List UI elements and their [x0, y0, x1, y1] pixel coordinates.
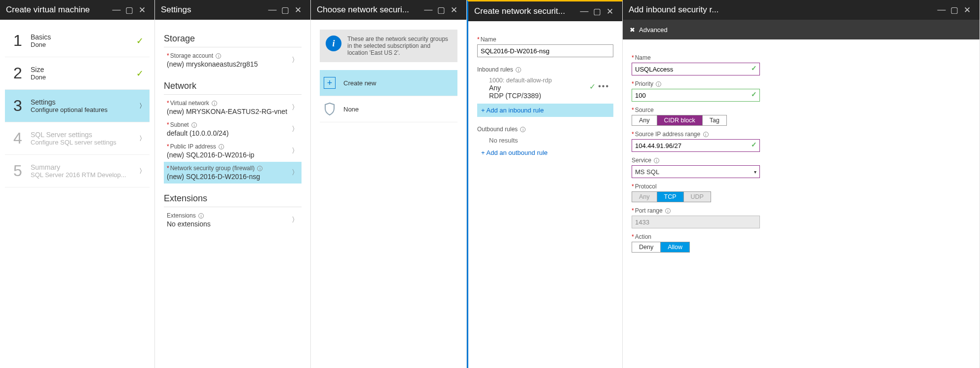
info-icon[interactable]: i — [212, 101, 217, 106]
minimize-icon[interactable]: — — [422, 3, 435, 16]
step-settings[interactable]: 3 Settings Configure optional features 〉 — [5, 90, 150, 122]
chevron-right-icon: 〉 — [139, 134, 146, 143]
source-tag[interactable]: Tag — [703, 115, 726, 125]
protocol-label: *Protocol — [632, 183, 971, 190]
blade-settings: Settings — ▢ ✕ Storage *Storage account … — [155, 0, 311, 368]
info-icon[interactable]: i — [216, 53, 221, 59]
inbound-rules-header: Inbound rules i — [477, 66, 613, 73]
setting-extensions[interactable]: Extensions i No extensions 〉 — [164, 209, 302, 231]
service-select[interactable]: MS SQL ▾ — [632, 165, 760, 178]
none-label: None — [343, 106, 359, 113]
minimize-icon[interactable]: — — [578, 5, 591, 18]
protocol-any: Any — [632, 192, 657, 202]
maximize-icon[interactable]: ▢ — [591, 5, 603, 18]
info-icon[interactable]: i — [654, 158, 659, 163]
inbound-rule[interactable]: 1000: default-allow-rdp Any RDP (TCP/338… — [477, 73, 613, 104]
minimize-icon[interactable]: — — [935, 3, 948, 16]
create-new-label: Create new — [343, 79, 376, 87]
protocol-segmented: Any TCP UDP — [632, 191, 711, 202]
protocol-udp: UDP — [684, 192, 711, 202]
setting-nsg[interactable]: *Network security group (firewall) i (ne… — [164, 162, 302, 184]
info-icon[interactable]: i — [520, 127, 526, 132]
step-title: SQL Server settings — [31, 131, 139, 139]
section-extensions: Extensions — [164, 193, 302, 207]
setting-subnet[interactable]: *Subnet i default (10.0.0.0/24) 〉 — [164, 118, 302, 140]
step-title: Size — [31, 66, 136, 74]
blade-add-rule: Add inbound security r... — ▢ ✕ ✖ Advanc… — [623, 0, 980, 368]
info-icon[interactable]: i — [219, 144, 224, 149]
create-new-nsg[interactable]: + Create new — [320, 70, 457, 96]
maximize-icon[interactable]: ▢ — [123, 3, 136, 16]
setting-public-ip[interactable]: *Public IP address i (new) SQL2016-D-W20… — [164, 140, 302, 162]
maximize-icon[interactable]: ▢ — [948, 3, 961, 16]
outbound-rules-header: Outbound rules i — [477, 126, 613, 133]
step-size[interactable]: 2 Size Done ✓ — [5, 57, 150, 90]
more-icon[interactable]: ••• — [598, 82, 609, 91]
rule-name-label: *Name — [632, 54, 971, 61]
plus-icon: + — [324, 77, 336, 89]
check-icon: ✓ — [589, 82, 596, 91]
blade-header: Choose network securi... — ▢ ✕ — [311, 0, 466, 20]
info-icon[interactable]: i — [516, 67, 521, 73]
setting-vnet[interactable]: *Virtual network i (new) MRYSKONA-EASTUS… — [164, 97, 302, 118]
check-icon: ✓ — [751, 64, 757, 72]
close-icon[interactable]: ✕ — [136, 3, 149, 16]
close-icon[interactable]: ✕ — [961, 3, 974, 16]
step-subtitle: Done — [31, 41, 136, 48]
add-inbound-rule[interactable]: + Add an inbound rule — [477, 104, 613, 117]
blade-title: Create virtual machine — [6, 5, 110, 15]
check-icon: ✓ — [751, 90, 757, 98]
info-icon: i — [326, 36, 341, 51]
action-segmented: Deny Allow — [632, 242, 690, 253]
blade-create-nsg: Create network securit... — ▢ ✕ *Name In… — [467, 0, 623, 368]
protocol-tcp: TCP — [657, 192, 684, 202]
priority-label: *Priority i — [632, 80, 971, 87]
info-text: These are the network security groups in… — [347, 36, 452, 56]
blade-header: Settings — ▢ ✕ — [155, 0, 310, 20]
port-range-label: *Port range i — [632, 207, 971, 214]
step-basics[interactable]: 1 Basics Done ✓ — [5, 25, 150, 57]
section-storage: Storage — [164, 34, 302, 47]
info-icon[interactable]: i — [257, 166, 263, 171]
step-title: Summary — [31, 163, 139, 171]
source-segmented: Any CIDR block Tag — [632, 115, 727, 126]
info-icon[interactable]: i — [191, 122, 197, 128]
nsg-name-input[interactable] — [477, 44, 613, 57]
blade-title: Settings — [161, 5, 266, 15]
wrench-icon: ✖ — [630, 26, 635, 34]
info-icon[interactable]: i — [198, 213, 204, 219]
step-summary: 5 Summary SQL Server 2016 RTM Develop...… — [5, 155, 150, 187]
rule-name-input[interactable] — [632, 63, 760, 75]
shield-icon — [323, 102, 337, 116]
close-icon[interactable]: ✕ — [292, 3, 304, 16]
advanced-toggle[interactable]: ✖ Advanced — [623, 20, 980, 39]
action-deny[interactable]: Deny — [632, 242, 661, 252]
setting-storage-account[interactable]: *Storage account i (new) mryskonaeastus2… — [164, 49, 302, 71]
source-any[interactable]: Any — [632, 115, 657, 125]
maximize-icon[interactable]: ▢ — [279, 3, 292, 16]
chevron-right-icon: 〉 — [139, 167, 146, 176]
chevron-right-icon: 〉 — [292, 168, 299, 177]
info-icon[interactable]: i — [656, 81, 661, 87]
step-title: Basics — [31, 33, 136, 41]
info-icon[interactable]: i — [703, 132, 709, 137]
priority-input[interactable] — [632, 89, 760, 102]
none-nsg[interactable]: None — [320, 96, 457, 122]
info-icon[interactable]: i — [665, 208, 671, 214]
blade-choose-nsg: Choose network securi... — ▢ ✕ i These a… — [311, 0, 467, 368]
source-label: *Source — [632, 107, 971, 113]
source-range-input[interactable] — [632, 139, 760, 152]
action-allow[interactable]: Allow — [661, 242, 689, 252]
minimize-icon[interactable]: — — [110, 3, 123, 16]
chevron-right-icon: 〉 — [139, 102, 146, 110]
add-outbound-rule[interactable]: + Add an outbound rule — [477, 146, 613, 159]
minimize-icon[interactable]: — — [266, 3, 279, 16]
no-results: No results — [477, 133, 613, 146]
chevron-right-icon: 〉 — [292, 147, 299, 155]
close-icon[interactable]: ✕ — [603, 5, 616, 18]
blade-header: Create network securit... — ▢ ✕ — [468, 1, 622, 21]
source-cidr[interactable]: CIDR block — [657, 115, 703, 125]
close-icon[interactable]: ✕ — [448, 3, 460, 16]
step-subtitle: Configure SQL server settings — [31, 139, 139, 146]
maximize-icon[interactable]: ▢ — [435, 3, 448, 16]
